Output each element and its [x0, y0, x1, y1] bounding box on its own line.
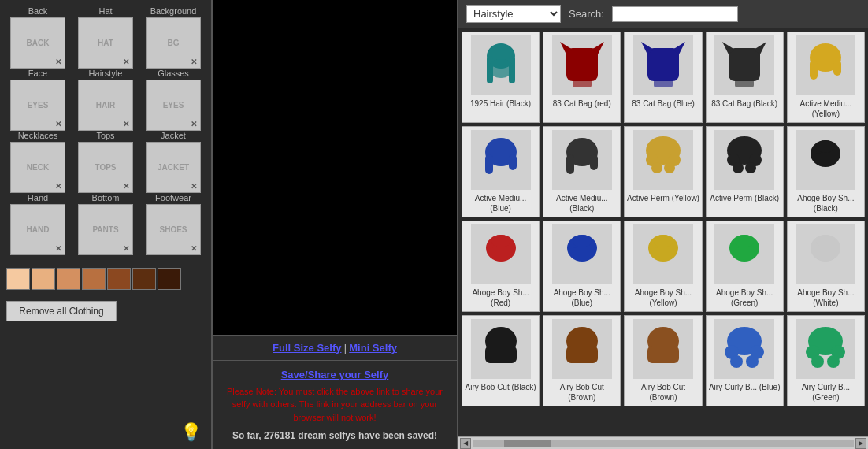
- slot-placeholder: HAND: [27, 225, 50, 234]
- skin-swatch[interactable]: [32, 268, 55, 290]
- item-cell[interactable]: Ahoge Boy Sh... (Red): [462, 221, 540, 312]
- item-name: Airy Bob Cut (Brown): [545, 382, 618, 403]
- save-share-panel: Save/Share your Selfy Please Note: You m…: [213, 360, 457, 450]
- item-cell[interactable]: Ahoge Boy Sh... (Yellow): [624, 221, 702, 312]
- scroll-left-button[interactable]: ◀: [460, 438, 471, 449]
- item-cell[interactable]: 83 Cat Bag (Black): [706, 32, 784, 123]
- category-select[interactable]: Hairstyle: [466, 5, 561, 23]
- item-cell[interactable]: Ahoge Boy Sh... (White): [787, 221, 865, 312]
- slot-box-back[interactable]: BACK✕: [10, 17, 65, 69]
- slot-label: Glasses: [158, 69, 189, 78]
- skin-swatch[interactable]: [107, 268, 131, 290]
- slot-remove-x[interactable]: ✕: [191, 182, 197, 191]
- item-thumb: [633, 224, 693, 284]
- svg-rect-12: [729, 48, 760, 81]
- slot-group: BackBACK✕: [9, 6, 68, 69]
- slot-remove-x[interactable]: ✕: [123, 244, 129, 253]
- slot-box-hand[interactable]: HAND✕: [10, 204, 65, 255]
- save-title[interactable]: Save/Share your Selfy: [224, 369, 446, 380]
- item-name: 83 Cat Bag (Blue): [632, 98, 695, 109]
- items-grid-container[interactable]: 1925 Hair (Black)83 Cat Bag (red)83 Cat …: [458, 28, 868, 436]
- svg-rect-8: [647, 48, 679, 81]
- slot-label: Background: [150, 6, 197, 16]
- slot-row: BackBACK✕HatHAT✕BackgroundBG✕: [6, 6, 205, 69]
- item-cell[interactable]: Ahoge Boy Sh... (Blue): [543, 221, 621, 312]
- slot-remove-x[interactable]: ✕: [55, 120, 61, 128]
- slot-box-tops[interactable]: TOPS✕: [78, 142, 133, 193]
- item-cell[interactable]: Airy Curly B... (Green): [787, 315, 865, 406]
- slot-box-footwear[interactable]: SHOES✕: [146, 204, 201, 255]
- item-cell[interactable]: Ahoge Boy Sh... (Black): [787, 126, 865, 217]
- item-thumb: [633, 130, 693, 190]
- svg-rect-17: [810, 60, 818, 80]
- skin-swatch[interactable]: [132, 268, 156, 290]
- item-thumb: [552, 319, 612, 379]
- search-input[interactable]: [612, 6, 738, 22]
- slot-remove-x[interactable]: ✕: [191, 120, 197, 128]
- item-thumb: [796, 224, 855, 284]
- item-cell[interactable]: 83 Cat Bag (Blue): [624, 32, 702, 123]
- slot-row: HandHAND✕BottomPANTS✕FootwearSHOES✕: [6, 193, 205, 255]
- slot-remove-x[interactable]: ✕: [123, 182, 129, 191]
- slot-box-hat[interactable]: HAT✕: [78, 17, 133, 69]
- slot-box-glasses[interactable]: EYES✕: [146, 80, 201, 131]
- remove-all-button[interactable]: Remove all Clothing: [6, 301, 117, 321]
- preview-links: Full Size Selfy | Mini Selfy: [213, 335, 457, 360]
- slot-row: FaceEYES✕HairstyleHAIR✕GlassesEYES✕: [6, 69, 205, 131]
- svg-rect-24: [590, 154, 598, 170]
- slot-remove-x[interactable]: ✕: [55, 244, 61, 253]
- svg-rect-56: [566, 346, 598, 363]
- item-cell[interactable]: Airy Curly B... (Blue): [706, 315, 784, 406]
- slot-remove-x[interactable]: ✕: [123, 120, 129, 128]
- skin-swatch[interactable]: [57, 268, 80, 290]
- slot-group: TopsTOPS✕: [76, 131, 135, 193]
- item-cell[interactable]: Airy Bob Cut (Brown): [624, 315, 702, 406]
- skin-tones: [6, 265, 205, 293]
- slot-box-necklaces[interactable]: NECK✕: [10, 142, 65, 193]
- item-name: Active Perm (Yellow): [627, 193, 699, 203]
- item-name: Ahoge Boy Sh... (Red): [464, 288, 537, 308]
- item-cell[interactable]: Active Mediu... (Black): [543, 126, 621, 217]
- skin-swatch[interactable]: [82, 268, 106, 290]
- slot-box-background[interactable]: BG✕: [146, 17, 201, 69]
- item-cell[interactable]: Airy Bob Cut (Brown): [543, 315, 621, 406]
- item-thumb: [714, 35, 774, 95]
- slot-remove-x[interactable]: ✕: [191, 58, 197, 66]
- save-note: Please Note: You must click the above li…: [224, 385, 446, 425]
- svg-rect-54: [485, 346, 517, 363]
- scroll-thumb[interactable]: [504, 440, 551, 447]
- item-cell[interactable]: Active Mediu... (Blue): [462, 126, 540, 217]
- slot-group: HandHAND✕: [9, 193, 68, 255]
- item-name: Ahoge Boy Sh... (Green): [708, 288, 781, 308]
- item-cell[interactable]: 83 Cat Bag (red): [543, 32, 621, 123]
- search-label: Search:: [569, 8, 604, 20]
- item-cell[interactable]: Airy Bob Cut (Black): [462, 315, 540, 406]
- svg-point-62: [730, 355, 743, 368]
- item-cell[interactable]: Active Perm (Yellow): [624, 126, 702, 217]
- slot-group: FaceEYES✕: [9, 69, 68, 131]
- item-thumb: [796, 319, 855, 379]
- slot-box-jacket[interactable]: JACKET✕: [146, 142, 201, 193]
- item-cell[interactable]: 1925 Hair (Black): [462, 32, 540, 123]
- item-thumb: [471, 224, 531, 284]
- slot-remove-x[interactable]: ✕: [55, 58, 61, 66]
- full-size-selfy-link[interactable]: Full Size Selfy: [273, 342, 341, 354]
- mini-selfy-link[interactable]: Mini Selfy: [349, 342, 397, 354]
- item-cell[interactable]: Ahoge Boy Sh... (Green): [706, 221, 784, 312]
- slot-box-face[interactable]: EYES✕: [10, 80, 65, 131]
- item-cell[interactable]: Active Perm (Black): [706, 126, 784, 217]
- slot-box-bottom[interactable]: PANTS✕: [78, 204, 133, 255]
- slot-remove-x[interactable]: ✕: [123, 58, 129, 66]
- slot-box-hairstyle[interactable]: HAIR✕: [78, 80, 133, 131]
- skin-swatch[interactable]: [158, 268, 181, 290]
- slot-remove-x[interactable]: ✕: [55, 182, 61, 191]
- slot-group: BottomPANTS✕: [76, 193, 135, 255]
- scroll-right-button[interactable]: ▶: [855, 438, 866, 449]
- slot-label: Footwear: [155, 193, 191, 202]
- item-name: Airy Bob Cut (Black): [466, 382, 536, 392]
- slot-remove-x[interactable]: ✕: [191, 244, 197, 253]
- slot-placeholder: HAIR: [96, 101, 115, 109]
- skin-swatch[interactable]: [6, 268, 30, 290]
- item-cell[interactable]: Active Mediu... (Yellow): [787, 32, 865, 123]
- horizontal-scrollbar[interactable]: ◀ ▶: [458, 436, 868, 449]
